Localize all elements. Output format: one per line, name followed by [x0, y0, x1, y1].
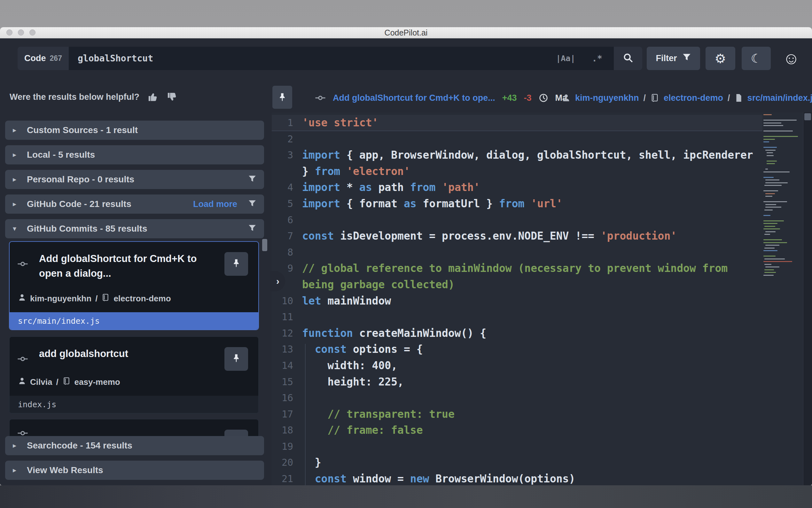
result-file-path[interactable]: src/main/index.js [10, 312, 258, 330]
minimap-line [765, 150, 775, 151]
minimap-line [763, 123, 781, 124]
code-line: 21 const window = new BrowserWindow(opti… [272, 471, 762, 485]
code-scrollbar-thumb[interactable] [804, 113, 811, 120]
code-viewer: 1'use strict'23import { app, BrowserWind… [272, 112, 812, 485]
code-line-text [302, 131, 757, 147]
dark-mode-toggle[interactable]: ☾ [742, 47, 771, 70]
result-card[interactable]: add globalshortcutCilvia/easy-memoindex.… [9, 336, 259, 414]
code-token [302, 343, 315, 355]
code-line: 18 // frame: false [272, 422, 762, 438]
sidebar-section-label: Local - 5 results [27, 150, 256, 160]
sidebar-section-github-commits-85-results[interactable]: ▾GitHub Commits - 85 results [5, 219, 264, 238]
line-number: 3 [272, 147, 302, 179]
sidebar-section-local-5-results[interactable]: ▸Local - 5 results [5, 145, 264, 164]
sidebar-scrollbar-thumb[interactable] [262, 239, 267, 251]
line-number: 6 [272, 212, 302, 228]
code-line-text [302, 212, 757, 228]
code-line-text: const window = new BrowserWindow(options… [302, 471, 757, 485]
minimap-line [763, 171, 790, 172]
code-token: // transparent: true [327, 408, 454, 420]
code-line: 5import { format as formatUrl } from 'ur… [272, 196, 762, 212]
code-token: formatUrl } [417, 197, 499, 210]
sidebar-section-github-code-21-results[interactable]: ▸GitHub Code - 21 resultsLoad more [5, 195, 264, 214]
search-bar[interactable]: Code 267 globalShortcut |Aa| .* [17, 47, 642, 70]
filter-icon[interactable] [248, 224, 256, 234]
sidebar-section-personal-repo-0-results[interactable]: ▸Personal Repo - 0 results [5, 170, 264, 189]
breadcrumb-author-link[interactable]: kim-nguyenkhn [575, 93, 639, 103]
sidebar-section-label: GitHub Commits - 85 results [27, 224, 248, 234]
code-line: 8 [272, 244, 762, 261]
sidebar-section-custom-sources-1-result[interactable]: ▸Custom Sources - 1 result [5, 121, 264, 140]
code-token: from [499, 197, 524, 210]
sidebar-section-label: View Web Results [27, 465, 256, 475]
code-token: 'electron' [346, 165, 410, 177]
app-content: Code 267 globalShortcut |Aa| .* Filter [0, 38, 812, 485]
code-token: const [315, 472, 346, 485]
code-token: isDevelopment = process.env.NODE_ENV !== [334, 230, 601, 242]
code-token: 'path' [442, 181, 480, 194]
thumbs-down-icon[interactable] [167, 91, 178, 102]
code-token: options = { [346, 343, 423, 355]
result-file-path[interactable]: index.js [10, 396, 258, 413]
code-line-text: const options = { [302, 341, 757, 357]
sidebar-section-searchcode-154-results[interactable]: ▸Searchcode - 154 results [5, 436, 264, 455]
feedback-smiley-button[interactable]: ☺ [780, 48, 802, 69]
search-button[interactable] [614, 47, 642, 70]
line-number: 17 [272, 406, 302, 423]
code-line-text: // global reference to mainWindow (neces… [302, 260, 757, 293]
code-line: 14 width: 400, [272, 357, 762, 374]
clock-icon [539, 93, 548, 103]
minimap-line [764, 248, 775, 249]
result-card[interactable]: Add globalShortcut for Cmd+K to open a d… [9, 241, 259, 330]
desktop-lower-band [0, 485, 812, 508]
filter-button[interactable]: Filter [647, 47, 700, 70]
chevron-right-icon: ▸ [13, 175, 27, 184]
filter-icon[interactable] [248, 175, 256, 184]
minimap-line [763, 147, 777, 148]
minimap-line [763, 239, 782, 240]
code-token: BrowserWindow(options) [429, 472, 575, 485]
minimap-line [764, 264, 771, 265]
line-number: 19 [272, 438, 302, 455]
result-repo: easy-memo [75, 377, 120, 387]
minimap-line [763, 125, 783, 126]
chevron-right-icon: ▸ [13, 200, 27, 208]
code-minimap[interactable] [763, 114, 802, 278]
sidebar-section-view-web-results[interactable]: ▸View Web Results [5, 461, 264, 480]
thumbs-up-icon[interactable] [148, 91, 158, 102]
minimap-line [765, 245, 779, 246]
line-number: 13 [272, 341, 302, 357]
pin-result-button[interactable] [225, 347, 248, 371]
minimap-line [765, 231, 775, 232]
code-token: function [302, 327, 353, 339]
code-token: 'use strict' [302, 117, 378, 129]
code-token: height: 225, [302, 376, 404, 388]
code-token: import [302, 181, 340, 194]
minimap-line [767, 163, 775, 164]
load-more-link[interactable]: Load more [193, 199, 237, 209]
settings-button[interactable]: ⚙ [706, 47, 735, 70]
regex-toggle[interactable]: .* [592, 53, 602, 64]
filter-icon[interactable] [248, 199, 256, 209]
line-number: 16 [272, 390, 302, 406]
pin-result-button[interactable] [225, 252, 248, 276]
commit-title-link[interactable]: Add globalShortcut for Cmd+K to ope... [333, 93, 495, 103]
breadcrumb-repo-link[interactable]: electron-demo [664, 93, 723, 103]
result-card-body: Add globalShortcut for Cmd+K to open a d… [10, 242, 258, 312]
code-token: path [372, 181, 410, 194]
pinned-result-tab[interactable] [272, 86, 292, 109]
breadcrumb-file-link[interactable]: src/main/index.js [748, 93, 812, 103]
code-scrollbar-track[interactable] [803, 112, 812, 485]
match-case-toggle[interactable]: |Aa| [556, 54, 575, 63]
search-scope-tab[interactable]: Code 267 [17, 47, 69, 70]
code-token: import [302, 149, 340, 161]
code-token: from [315, 165, 340, 177]
search-icon [623, 52, 634, 65]
meta-separator: / [56, 377, 58, 387]
search-input[interactable]: globalShortcut [78, 53, 556, 64]
code-token: as [359, 181, 372, 194]
code-line-text [302, 309, 757, 325]
sidebar-section-label: GitHub Code - 21 results [27, 199, 193, 209]
code-lines: 1'use strict'23import { app, BrowserWind… [272, 112, 762, 485]
minimap-line [765, 196, 772, 197]
